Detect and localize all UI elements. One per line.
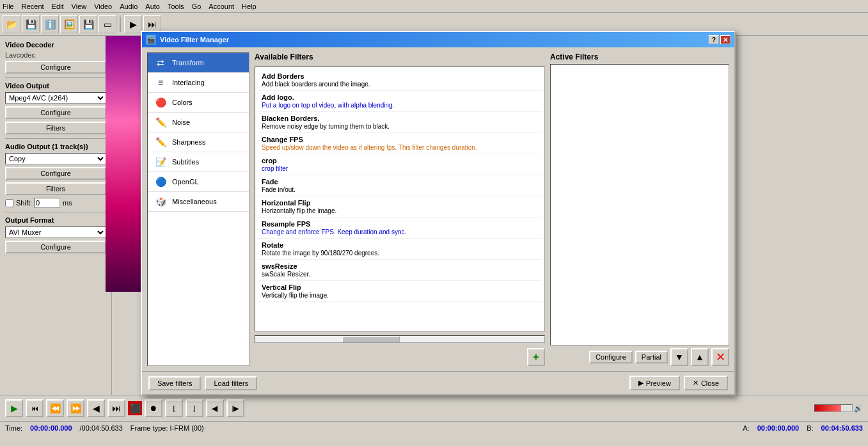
filter-resample-fps[interactable]: Resample FPS Change and enforce FPS. Kee… [258,218,542,239]
menu-audio[interactable]: Audio [120,3,138,10]
volume-bar[interactable] [814,404,853,412]
cat-transform[interactable]: ⇄ Transform [148,53,249,73]
menu-auto[interactable]: Auto [145,3,160,10]
shift-row: Shift: ms [5,198,106,208]
play-btn[interactable]: ▶ [5,399,23,417]
scrollbar-track[interactable] [255,336,544,342]
cat-interlacing[interactable]: ≡ Interlacing [148,73,249,93]
menu-recent[interactable]: Recent [22,3,44,10]
stop-btn[interactable]: ⬛ [128,401,142,415]
mark-out-btn[interactable]: ] [185,399,203,417]
remove-filter-btn[interactable]: ✕ [711,348,729,366]
toolbar-open[interactable]: 📂 [3,15,20,33]
cat-opengl[interactable]: 🔵 OpenGL [148,172,249,192]
shift-checkbox[interactable] [5,199,13,207]
filter-desc-crop: crop filter [262,165,538,172]
audio-filters-btn[interactable]: Filters [5,182,106,195]
cat-opengl-label: OpenGL [172,178,199,186]
partial-btn[interactable]: Partial [635,351,668,363]
menu-view[interactable]: View [72,3,87,10]
close-icon: ✕ [693,379,698,387]
toolbar-play[interactable]: ▶ [124,15,142,33]
dialog-titlebar-left: 🎬 Video Filter Manager [146,35,229,45]
configure-active-btn[interactable]: Configure [589,351,633,363]
save-filters-btn[interactable]: Save filters [148,376,201,390]
cat-transform-label: Transform [172,59,204,67]
back-btn[interactable]: ◀ [87,399,105,417]
filter-desc-rotate: Rotate the image by 90/180/270 degrees. [262,250,538,257]
preview-btn[interactable]: ▶ Preview [629,376,680,390]
menu-edit[interactable]: Edit [52,3,64,10]
video-output-configure-btn[interactable]: Configure [5,106,106,119]
filter-add-borders[interactable]: Add Borders Add black boarders around th… [258,70,542,91]
filter-vertical-flip[interactable]: Vertical Flip Vertically flip the image. [258,281,542,302]
cat-miscellaneous[interactable]: 🎲 Miscellaneous [148,192,249,212]
filter-add-logo[interactable]: Add logo. Put a logo on top of video, wi… [258,91,542,112]
misc-icon: 🎲 [153,195,168,208]
rewind-btn[interactable]: ⏪ [46,399,64,417]
filter-desc-add-logo: Put a logo on top of video, with alpha b… [262,102,538,109]
filter-change-fps[interactable]: Change FPS Speed up/slow down the video … [258,133,542,154]
opengl-icon: 🔵 [153,175,168,188]
menu-help[interactable]: Help [242,3,256,10]
cat-colors[interactable]: 🔴 Colors [148,93,249,113]
filter-desc-add-borders: Add black boarders around the image. [262,81,538,88]
scrollbar-thumb[interactable] [342,336,400,342]
toolbar-window[interactable]: ▭ [99,15,116,33]
prev-frame-btn[interactable]: ⏮ [26,399,43,417]
video-decoder-configure-btn[interactable]: Configure [5,61,106,74]
time-a-label: A: [743,424,749,432]
filter-swsresize[interactable]: swsResize swScale Resizer. [258,260,542,281]
muxer-select[interactable]: AVI Muxer [5,227,106,238]
menu-go[interactable]: Go [192,3,201,10]
toolbar-save2[interactable]: 💾 [79,15,97,33]
forward-btn[interactable]: ⏩ [67,399,84,417]
filter-name-rotate: Rotate [262,241,538,249]
mark-in-btn[interactable]: [ [165,399,183,417]
footer-left: Save filters Load filters [148,376,257,390]
filter-desc-vflip: Vertically flip the image. [262,292,538,299]
next-marker-btn[interactable]: |▶ [226,399,244,417]
time-a-value: 00:00:00.000 [757,424,799,432]
dialog-icon: 🎬 [146,35,156,45]
menu-file[interactable]: File [3,3,14,10]
audio-copy-select[interactable]: Copy [5,153,106,164]
cat-sharpness-label: Sharpness [172,138,206,146]
noise-icon: ✏️ [153,116,168,129]
dialog-help-btn[interactable]: ? [709,35,719,44]
toolbar-info[interactable]: ℹ️ [41,15,59,33]
filter-crop[interactable]: crop crop filter [258,154,542,175]
filters-scrollbar[interactable] [255,335,545,343]
output-format-title: Output Format [5,216,106,224]
menu-video[interactable]: Video [94,3,112,10]
cat-subtitles[interactable]: 📝 Subtitles [148,152,249,172]
filters-list[interactable]: Add Borders Add black boarders around th… [255,67,545,331]
add-filter-btn[interactable]: + [527,348,545,366]
dialog-close-btn[interactable]: ✕ [720,35,730,44]
cat-noise[interactable]: ✏️ Noise [148,113,249,132]
move-up-btn[interactable]: ▲ [691,348,709,366]
cat-sharpness[interactable]: ✏️ Sharpness [148,132,249,152]
filter-fade[interactable]: Fade Fade in/out. [258,175,542,196]
menu-account[interactable]: Account [209,3,234,10]
video-output-filters-btn[interactable]: Filters [5,122,106,134]
filter-blacken-borders[interactable]: Blacken Borders. Remove noisy edge by tu… [258,112,542,133]
filter-horizontal-flip[interactable]: Horizontal Flip Horizontally flip the im… [258,196,542,218]
load-filters-btn[interactable]: Load filters [205,376,257,390]
output-configure-btn[interactable]: Configure [5,241,106,253]
cat-interlacing-label: Interlacing [172,79,205,86]
video-codec-select[interactable]: Mpeg4 AVC (x264) [5,92,106,104]
fast-forward-btn[interactable]: ⏭ [107,399,125,417]
prev-marker-btn[interactable]: ◀| [206,399,224,417]
toolbar-image[interactable]: 🖼️ [60,15,78,33]
toolbar-save[interactable]: 💾 [22,15,40,33]
move-down-btn[interactable]: ▼ [670,348,688,366]
menubar: File Recent Edit View Video Audio Auto T… [0,0,868,13]
filter-rotate[interactable]: Rotate Rotate the image by 90/180/270 de… [258,239,542,260]
menu-tools[interactable]: Tools [168,3,184,10]
record-btn[interactable]: ⏺ [145,399,162,417]
shift-input[interactable] [35,198,60,208]
audio-configure-btn[interactable]: Configure [5,167,106,180]
active-filters-title: Active Filters [550,52,729,61]
close-btn[interactable]: ✕ Close [684,376,728,390]
